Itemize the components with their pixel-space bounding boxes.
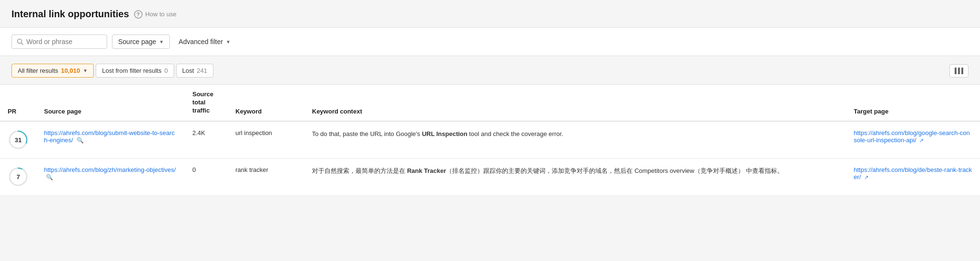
lost-count: 241 (197, 67, 207, 74)
advanced-filter-label: Advanced filter (178, 38, 223, 45)
keyword-normal-text: tool and check the coverage error. (468, 130, 563, 137)
td-keyword: url inspection (228, 121, 304, 159)
th-source-traffic: Sourcetotaltraffic (185, 85, 228, 121)
page-title: Internal link opportunities (11, 9, 129, 20)
target-page-link[interactable]: https://ahrefs.com/blog/google-search-co… (854, 129, 970, 144)
source-search-icon: 🔍 (77, 137, 84, 144)
source-page-link[interactable]: https://ahrefs.com/blog/zh/marketing-obj… (44, 166, 176, 173)
keyword-normal-text: （排名监控）跟踪你的主要的关键词，添加竞争对手的域名，然后在 Competito… (446, 167, 783, 174)
page-title-row: Internal link opportunities ? How to use (11, 9, 969, 20)
td-traffic: 2.4K (185, 121, 228, 159)
external-link-icon: ↗ (919, 137, 924, 143)
help-icon: ? (134, 10, 143, 19)
filter-bar: Source page ▼ Advanced filter ▼ (0, 27, 980, 56)
all-filter-chevron-icon: ▼ (83, 68, 88, 73)
pr-cell: 7 (8, 166, 29, 187)
source-page-button[interactable]: Source page ▼ (112, 34, 170, 49)
td-pr: 7 (0, 158, 36, 195)
td-keyword-context: 对于自然搜索，最简单的方法是在 Rank Tracker（排名监控）跟踪你的主要… (304, 158, 846, 195)
columns-icon-button[interactable] (949, 64, 969, 78)
header-section: Internal link opportunities ? How to use (0, 0, 980, 20)
td-source-page: https://ahrefs.com/blog/submit-website-t… (36, 121, 185, 159)
keyword-bold-text: Rank Tracker (407, 167, 446, 174)
table-row: 7 https://ahrefs.com/blog/zh/marketing-o… (0, 158, 980, 195)
source-page-label: Source page (118, 38, 156, 45)
lost-tab[interactable]: Lost 241 (176, 64, 213, 78)
advanced-filter-chevron-icon: ▼ (226, 39, 231, 45)
pr-badge: 7 (8, 166, 29, 187)
td-target-page: https://ahrefs.com/blog/google-search-co… (846, 121, 980, 159)
keyword-normal-text: 对于自然搜索，最简单的方法是在 (312, 167, 407, 174)
th-pr: PR (0, 85, 36, 121)
table-header-row: PR Source page Sourcetotaltraffic Keywor… (0, 85, 980, 121)
advanced-filter-button[interactable]: Advanced filter ▼ (175, 35, 234, 48)
target-page-link[interactable]: https://ahrefs.com/blog/de/beste-rank-tr… (854, 166, 972, 181)
td-source-page: https://ahrefs.com/blog/zh/marketing-obj… (36, 158, 185, 195)
th-target-page: Target page (846, 85, 980, 121)
all-filter-count: 10,010 (61, 67, 80, 74)
search-icon (17, 38, 23, 45)
th-keyword-context: Keyword context (304, 85, 846, 121)
table-wrapper: PR Source page Sourcetotaltraffic Keywor… (0, 84, 980, 195)
lost-label: Lost (182, 67, 194, 74)
search-input-wrapper[interactable] (11, 34, 107, 49)
pr-value: 31 (15, 136, 22, 143)
th-keyword: Keyword (228, 85, 304, 121)
lost-from-filter-tab[interactable]: Lost from filter results 0 (96, 64, 174, 78)
source-page-link[interactable]: https://ahrefs.com/blog/submit-website-t… (44, 129, 175, 144)
keyword-normal-text: To do that, paste the URL into Google's (312, 130, 422, 137)
help-icon-wrapper[interactable]: ? How to use (134, 10, 177, 19)
pr-badge: 31 (8, 129, 29, 150)
td-keyword-context: To do that, paste the URL into Google's … (304, 121, 846, 159)
tabs-row: All filter results 10,010 ▼ Lost from fi… (11, 64, 969, 78)
th-source-page: Source page (36, 85, 185, 121)
keyword-context-text: 对于自然搜索，最简单的方法是在 Rank Tracker（排名监控）跟踪你的主要… (312, 166, 838, 176)
columns-icon (955, 68, 963, 74)
pr-cell: 31 (8, 129, 29, 150)
td-keyword: rank tracker (228, 158, 304, 195)
svg-rect-4 (961, 68, 963, 74)
svg-line-1 (22, 43, 23, 45)
how-to-use-link[interactable]: How to use (145, 11, 177, 18)
keyword-context-text: To do that, paste the URL into Google's … (312, 129, 838, 139)
lost-filter-label: Lost from filter results (102, 67, 161, 74)
td-traffic: 0 (185, 158, 228, 195)
traffic-value: 2.4K (192, 129, 205, 136)
table-row: 31 https://ahrefs.com/blog/submit-websit… (0, 121, 980, 159)
all-filter-results-tab[interactable]: All filter results 10,010 ▼ (11, 64, 94, 78)
traffic-value: 0 (192, 166, 196, 173)
results-table: PR Source page Sourcetotaltraffic Keywor… (0, 85, 980, 195)
external-link-icon: ↗ (864, 174, 869, 180)
source-page-chevron-icon: ▼ (159, 39, 164, 45)
source-search-icon: 🔍 (46, 174, 53, 181)
keyword-bold-text: URL Inspection (422, 130, 468, 137)
lost-filter-count: 0 (164, 67, 167, 74)
tabs-left: All filter results 10,010 ▼ Lost from fi… (11, 64, 213, 78)
td-pr: 31 (0, 121, 36, 159)
all-filter-label: All filter results (18, 67, 58, 74)
results-section: All filter results 10,010 ▼ Lost from fi… (0, 56, 980, 78)
search-input[interactable] (26, 38, 93, 45)
svg-rect-3 (958, 68, 960, 74)
pr-value: 7 (16, 173, 20, 180)
svg-rect-2 (955, 68, 957, 74)
page-wrapper: Internal link opportunities ? How to use… (0, 0, 980, 261)
td-target-page: https://ahrefs.com/blog/de/beste-rank-tr… (846, 158, 980, 195)
